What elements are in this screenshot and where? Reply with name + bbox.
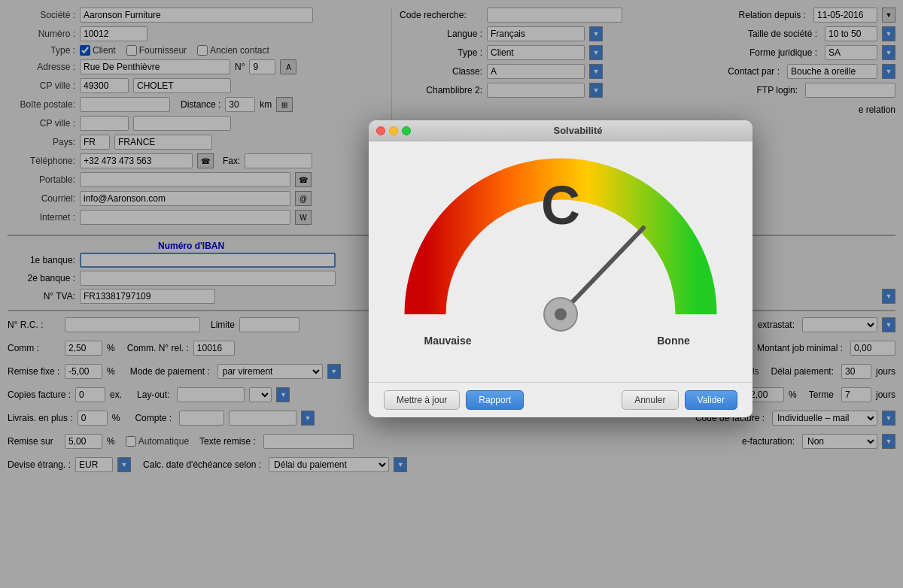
valider-button[interactable]: Valider (685, 390, 737, 410)
modal-title: Solvabilité (411, 125, 745, 136)
close-button[interactable] (376, 126, 385, 135)
svg-point-2 (555, 308, 567, 320)
rapport-button[interactable]: Rapport (466, 390, 524, 410)
maximize-button[interactable] (402, 126, 411, 135)
modal-body: C Mauvaise Bonne (369, 141, 752, 382)
modal-footer: Mettre à jour Rapport Annuler Valider (369, 382, 752, 417)
mettre-a-jour-button[interactable]: Mettre à jour (384, 390, 460, 410)
gauge-grade: C (541, 175, 580, 235)
modal-titlebar: Solvabilité (369, 120, 752, 141)
gauge-container: C Mauvaise Bonne (403, 156, 719, 367)
modal-footer-right: Annuler Valider (622, 390, 737, 410)
modal-footer-left: Mettre à jour Rapport (384, 390, 524, 410)
minimize-button[interactable] (389, 126, 398, 135)
traffic-lights (376, 126, 411, 135)
solvabilite-modal: Solvabilité (369, 120, 752, 417)
gauge-svg: C Mauvaise Bonne (403, 156, 719, 367)
annuler-button[interactable]: Annuler (622, 390, 678, 410)
gauge-bonne: Bonne (657, 335, 690, 347)
gauge-mauvaise: Mauvaise (424, 335, 471, 347)
svg-line-0 (561, 228, 643, 314)
